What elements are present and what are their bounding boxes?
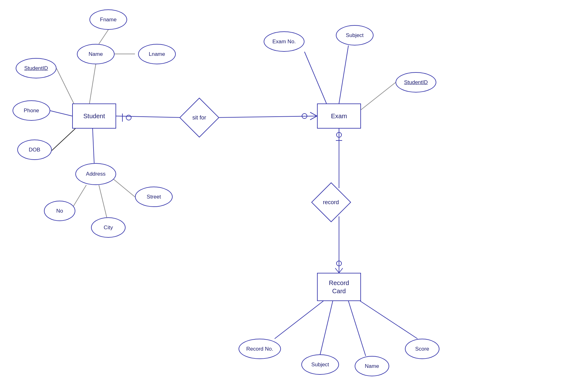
svg-line-17 [304,52,326,103]
attribute-dob: DOB [17,140,52,160]
svg-line-28 [320,301,333,354]
relationship-record: record [311,182,351,222]
attribute-address: Address [75,163,116,185]
svg-line-10 [116,116,185,118]
entity-recordcard: RecordCard [317,273,361,301]
attribute-lname: Lname [138,44,176,64]
attribute-recordno: Record No. [239,339,281,359]
svg-point-12 [126,115,131,120]
svg-line-29 [348,301,366,356]
svg-line-15 [310,116,317,120]
svg-line-13 [213,116,317,118]
attribute-street: Street [135,187,173,207]
svg-point-21 [336,132,342,137]
svg-line-2 [99,30,108,44]
entity-student: Student [72,103,116,129]
entity-exam: Exam [317,103,361,129]
attribute-city: City [91,217,126,238]
svg-line-6 [93,129,94,163]
attribute-subject-exam: Subject [336,25,374,45]
attribute-fname: Fname [89,9,127,30]
relationship-sitfor: sit for [179,98,219,137]
svg-line-27 [275,301,323,339]
svg-line-8 [99,185,107,217]
svg-point-26 [336,261,342,266]
svg-line-18 [339,45,348,103]
attribute-name-rc: Name [355,356,389,376]
attribute-subject-rc: Subject [301,354,339,375]
er-diagram: Student Exam RecordCard sit for record F… [0,0,565,392]
svg-line-5 [52,129,75,151]
svg-line-7 [113,179,135,197]
svg-line-4 [50,111,72,116]
attribute-score: Score [405,339,439,359]
attribute-studentid2: StudentID [396,72,436,93]
attribute-no: No [44,201,75,221]
svg-point-16 [302,114,307,119]
svg-line-19 [361,82,396,110]
svg-line-25 [339,268,343,273]
svg-line-30 [358,299,417,339]
attribute-phone: Phone [13,100,50,121]
attribute-name: Name [77,44,115,64]
svg-line-14 [310,112,317,116]
svg-line-24 [335,268,339,273]
attribute-studentid: StudentID [16,58,56,78]
svg-line-1 [89,64,96,103]
attribute-examno: Exam No. [264,31,304,52]
